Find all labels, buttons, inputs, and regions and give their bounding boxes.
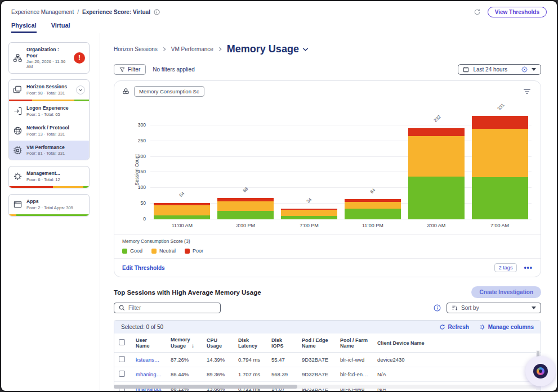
edit-thresholds-link[interactable]: Edit Thresholds bbox=[122, 265, 165, 271]
select-all-checkbox[interactable] bbox=[119, 339, 125, 345]
bar-segment-neutral bbox=[408, 136, 465, 177]
view-thresholds-button[interactable]: View Thresholds bbox=[488, 7, 547, 17]
bar-segment-neutral bbox=[472, 129, 528, 177]
column-header-memory-usage[interactable]: Memory Usage↓ bbox=[166, 334, 202, 353]
table-section-title: Top Sessions with High Average Memory Us… bbox=[114, 289, 261, 296]
calendar-icon bbox=[463, 66, 469, 73]
filters-status: No filters applied bbox=[153, 66, 194, 73]
apps-card[interactable]: Apps Poor: 2 · Total Apps: 305 bbox=[8, 194, 90, 217]
sidebar-item-network-protocol[interactable]: Network / Protocol Poor: 13 · Total: 331 bbox=[9, 121, 89, 141]
refresh-button[interactable]: Refresh bbox=[439, 324, 469, 330]
bar-segment-good bbox=[217, 211, 274, 219]
user-name-link[interactable]: mhaningtonef bbox=[131, 367, 166, 382]
time-range-picker[interactable]: Last 24 hours bbox=[458, 64, 541, 75]
bar-segment-poor bbox=[408, 128, 465, 136]
tags-chip[interactable]: 2 tags bbox=[494, 263, 517, 272]
organization-card[interactable]: Organization : Poor Jan 20, 2026 · 11:36… bbox=[8, 42, 90, 74]
sort-by-dropdown[interactable]: Sort by bbox=[447, 303, 541, 313]
more-options-icon[interactable]: ••• bbox=[524, 264, 533, 272]
stacked-bar-7-00-am[interactable] bbox=[472, 116, 528, 219]
page-title[interactable]: Memory Usage bbox=[227, 43, 309, 55]
breadcrumb-vm-performance[interactable]: VM Performance bbox=[171, 46, 213, 52]
column-header-disk-iops[interactable]: Disk IOPS bbox=[267, 334, 297, 353]
row-checkbox[interactable] bbox=[119, 356, 125, 362]
table-controls: Sort by bbox=[114, 303, 541, 313]
table-header-row: User NameMemory Usage↓CPU UsageDisk Late… bbox=[114, 334, 541, 353]
y-tick-label: 0 bbox=[143, 216, 146, 222]
create-investigation-button[interactable]: Create Investigation bbox=[471, 286, 541, 298]
bar-segment-good bbox=[345, 209, 401, 219]
legend-item-good: Good bbox=[122, 248, 142, 254]
horizon-sessions-stats: Poor: 98 · Total: 331 bbox=[26, 91, 72, 96]
tab-physical[interactable]: Physical bbox=[11, 22, 37, 33]
bar-segment-poor bbox=[472, 116, 528, 129]
table-cell: 14.39% bbox=[202, 353, 234, 367]
tab-virtual[interactable]: Virtual bbox=[51, 22, 70, 33]
breadcrumb-root[interactable]: Experience Management bbox=[11, 9, 74, 15]
gear-icon bbox=[13, 172, 23, 181]
sidebar-item-logon-experience[interactable]: Logon Experience Poor: 1 · Total: 65 bbox=[9, 101, 89, 121]
column-header-pod-edge-name[interactable]: Pod / Edge Name bbox=[297, 334, 336, 353]
sort-descending-icon: ↓ bbox=[191, 343, 194, 349]
stacked-bar-7-00-pm[interactable] bbox=[281, 209, 337, 219]
table-filter-box[interactable] bbox=[114, 303, 221, 313]
time-range-caret-icon bbox=[532, 68, 536, 71]
table-cell: 89.36% bbox=[202, 367, 234, 382]
management-card[interactable]: Management... Poor: 6 · Total: 12 bbox=[8, 166, 90, 188]
table-cell: 55.47 bbox=[267, 353, 297, 367]
bar-segment-neutral bbox=[281, 210, 337, 216]
chart-options-icon[interactable] bbox=[521, 87, 533, 96]
organization-title: Organization : Poor bbox=[26, 47, 70, 58]
table-cell: 568.39 bbox=[267, 367, 297, 382]
sidebar: Organization : Poor Jan 20, 2026 · 11:36… bbox=[1, 33, 100, 392]
bar-slot-5: 292 bbox=[404, 115, 468, 219]
sidebar-item-vm-performance[interactable]: VM Performance Poor: 81 · Total: 331 bbox=[9, 141, 89, 160]
bar-total-label: 54 bbox=[178, 191, 186, 198]
apps-window-icon bbox=[13, 200, 23, 209]
breadcrumb-horizon-sessions[interactable]: Horizon Sessions bbox=[114, 46, 158, 52]
table-cell: 86.44% bbox=[166, 367, 202, 382]
x-tick-label: 7:00 PM bbox=[278, 223, 341, 228]
table-horizontal-scrollbar[interactable] bbox=[114, 385, 540, 389]
user-name-link[interactable]: ksteansonp bbox=[131, 353, 166, 367]
table-filter-input[interactable] bbox=[128, 305, 216, 311]
x-tick-label: 11:00 AM bbox=[150, 223, 214, 228]
chart-card: Memory Consumption Sc Session Count 0501… bbox=[114, 80, 541, 277]
table-cell: 0.794 ms bbox=[234, 353, 267, 367]
table-cell: 9D32BA7E bbox=[297, 367, 336, 382]
breadcrumb-separator: / bbox=[77, 9, 79, 15]
legend-title: Memory Consumption Score (3) bbox=[122, 238, 533, 244]
chart-metric-icon[interactable] bbox=[122, 88, 130, 95]
info-icon[interactable] bbox=[154, 9, 160, 15]
sessions-icon bbox=[13, 85, 23, 94]
main-content: Horizon Sessions VM Performance Memory U… bbox=[100, 33, 557, 392]
chart-card-footer: Edit Thresholds 2 tags ••• bbox=[114, 258, 541, 277]
collapse-chevron-icon[interactable] bbox=[76, 85, 85, 94]
manage-columns-button[interactable]: Manage columns bbox=[479, 324, 534, 330]
metric-selector-chip[interactable]: Memory Consumption Sc bbox=[134, 86, 204, 97]
sort-by-value: Sort by bbox=[461, 305, 479, 311]
column-header-user-name[interactable]: User Name bbox=[131, 334, 166, 353]
refresh-icon[interactable] bbox=[474, 8, 481, 16]
page-breadcrumb: Horizon Sessions VM Performance Memory U… bbox=[114, 43, 541, 55]
stacked-bar-3-00-pm[interactable] bbox=[217, 198, 274, 219]
bar-segment-neutral bbox=[154, 205, 210, 215]
filter-button[interactable]: Filter bbox=[114, 64, 146, 75]
column-header-pool-farm-name[interactable]: Pool / Farm Name bbox=[336, 334, 373, 353]
x-tick-label: 3:00 PM bbox=[214, 223, 278, 228]
row-checkbox[interactable] bbox=[119, 371, 125, 377]
stacked-bar-11-00-pm[interactable] bbox=[345, 199, 401, 219]
apps-score-bar bbox=[9, 214, 89, 216]
apps-stats: Poor: 2 · Total Apps: 305 bbox=[26, 205, 85, 210]
column-header-cpu-usage[interactable]: CPU Usage bbox=[202, 334, 234, 353]
sidebar-item-horizon-sessions[interactable]: Horizon Sessions Poor: 98 · Total: 331 bbox=[9, 80, 89, 100]
info-icon[interactable] bbox=[434, 304, 441, 312]
stacked-bar-3-00-am[interactable] bbox=[408, 128, 465, 219]
stacked-bar-11-00-am[interactable] bbox=[154, 203, 210, 219]
bar-slot-3: 34 bbox=[278, 115, 341, 219]
assistant-fab-button[interactable] bbox=[525, 356, 556, 386]
sessions-table: Selected: 0 of 50 Refresh Manage columns bbox=[114, 320, 541, 392]
column-header-disk-latency[interactable]: Disk Latency bbox=[234, 334, 267, 353]
clear-time-range-icon[interactable] bbox=[521, 66, 528, 73]
column-header-client-device-name[interactable]: Client Device Name bbox=[373, 334, 541, 353]
